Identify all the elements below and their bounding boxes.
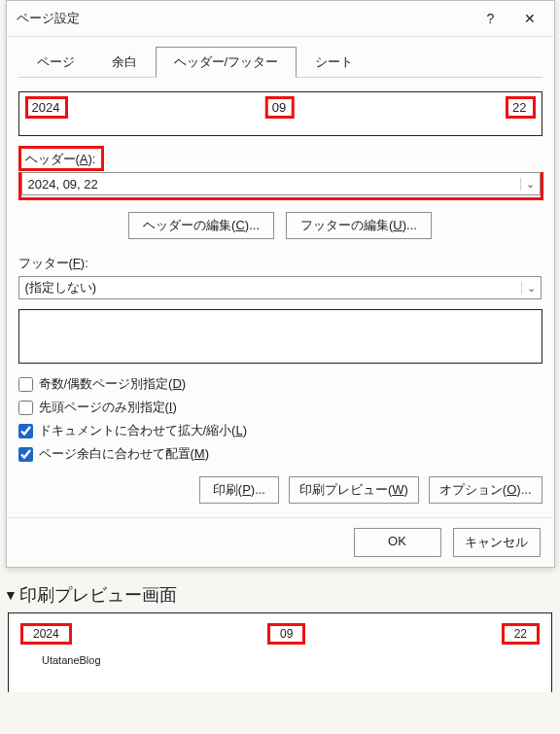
triangle-icon: ▼: [4, 587, 18, 603]
chk-odd-even[interactable]: 奇数/偶数ページ別指定(D): [18, 375, 542, 393]
print-preview-button[interactable]: 印刷プレビュー(W): [289, 476, 419, 504]
dialog-title: ページ設定: [17, 10, 80, 27]
header-select-highlight: 2024, 09, 22 ⌄: [18, 172, 543, 200]
chevron-down-icon: ⌄: [520, 178, 536, 191]
cancel-button[interactable]: キャンセル: [453, 528, 541, 557]
preview-caption: ▼印刷プレビュー画面: [4, 583, 556, 607]
footer-preview: [18, 309, 542, 364]
page-setup-dialog: ページ設定 ? ✕ ページ 余白 ヘッダー/フッター シート 2024 09 2…: [6, 0, 555, 568]
chk-scale-doc-box[interactable]: [18, 424, 33, 438]
print-preview-sheet: 2024 09 22 UtataneBlog: [8, 612, 552, 692]
preview-subtext: UtataneBlog: [42, 654, 540, 666]
header-label: ヘッダー(A):: [25, 151, 96, 168]
tab-header-footer[interactable]: ヘッダー/フッター: [156, 47, 298, 78]
header-select-value: 2024, 09, 22: [28, 177, 98, 192]
header-preview: 2024 09 22: [18, 91, 542, 136]
check-options: 奇数/偶数ページ別指定(D) 先頭ページのみ別指定(I) ドキュメントに合わせて…: [18, 375, 542, 463]
print-button[interactable]: 印刷(P)...: [199, 476, 279, 504]
options-button[interactable]: オプション(O)...: [429, 476, 542, 504]
chk-align-margin[interactable]: ページ余白に合わせて配置(M): [18, 445, 542, 463]
preview-right: 22: [502, 623, 540, 645]
help-button[interactable]: ?: [474, 7, 508, 30]
chk-scale-doc[interactable]: ドキュメントに合わせて拡大/縮小(L): [18, 422, 542, 439]
edit-footer-button[interactable]: フッターの編集(U)...: [286, 212, 432, 239]
titlebar: ページ設定 ? ✕: [7, 1, 554, 37]
chk-odd-even-box[interactable]: [18, 377, 33, 392]
preview-center: 09: [267, 623, 305, 645]
tabs: ページ 余白 ヘッダー/フッター シート: [18, 47, 542, 78]
footer-label: フッター(F):: [18, 255, 542, 272]
action-row: 印刷(P)... 印刷プレビュー(W) オプション(O)...: [18, 476, 542, 504]
titlebar-controls: ? ✕: [474, 7, 546, 30]
header-select[interactable]: 2024, 09, 22 ⌄: [21, 172, 541, 195]
preview-header-row: 2024 09 22: [20, 623, 540, 645]
edit-header-button[interactable]: ヘッダーの編集(C)...: [128, 212, 274, 239]
footer-select-value: (指定しない): [25, 279, 97, 297]
footer-select[interactable]: (指定しない) ⌄: [18, 276, 542, 299]
preview-left: 2024: [20, 623, 72, 645]
chk-first-only[interactable]: 先頭ページのみ別指定(I): [18, 399, 542, 416]
dialog-body: ページ 余白 ヘッダー/フッター シート 2024 09 22 ヘッダー(A):…: [7, 37, 554, 517]
header-preview-center: 09: [265, 96, 295, 119]
chevron-down-icon: ⌄: [521, 282, 537, 295]
close-button[interactable]: ✕: [513, 7, 546, 30]
chk-align-margin-box[interactable]: [18, 447, 33, 462]
edit-buttons-row: ヘッダーの編集(C)... フッターの編集(U)...: [18, 212, 542, 239]
ok-button[interactable]: OK: [354, 528, 441, 557]
tab-margin[interactable]: 余白: [93, 47, 156, 78]
dialog-footer: OK キャンセル: [7, 517, 554, 567]
header-preview-right: 22: [506, 96, 535, 119]
chk-first-only-box[interactable]: [18, 401, 33, 415]
tab-page[interactable]: ページ: [18, 47, 93, 78]
header-preview-left: 2024: [25, 96, 69, 119]
tab-sheet[interactable]: シート: [297, 47, 371, 78]
header-label-highlight: ヘッダー(A):: [18, 146, 105, 171]
